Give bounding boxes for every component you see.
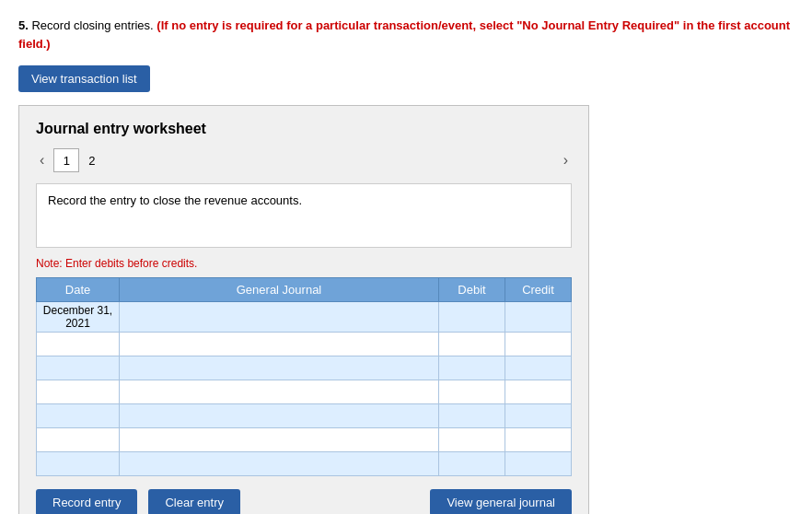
worksheet-title: Journal entry worksheet bbox=[36, 121, 572, 137]
debit-input[interactable] bbox=[443, 362, 501, 375]
journal-entry-worksheet: Journal entry worksheet ‹ 1 2 › Record t… bbox=[18, 105, 589, 514]
credit-cell[interactable] bbox=[505, 404, 572, 428]
credit-input[interactable] bbox=[509, 386, 567, 399]
general-journal-cell[interactable] bbox=[120, 404, 439, 428]
general-journal-cell[interactable] bbox=[120, 333, 439, 356]
header-credit: Credit bbox=[505, 278, 572, 302]
record-entry-button[interactable]: Record entry bbox=[36, 489, 137, 514]
table-row bbox=[37, 404, 572, 428]
debit-cell[interactable] bbox=[439, 380, 505, 404]
table-row bbox=[37, 333, 572, 356]
date-cell bbox=[37, 380, 120, 404]
credit-cell[interactable] bbox=[505, 333, 572, 356]
table-row bbox=[37, 428, 572, 452]
general-journal-input[interactable] bbox=[123, 458, 435, 471]
debit-cell[interactable] bbox=[439, 302, 505, 333]
general-journal-cell[interactable] bbox=[120, 428, 439, 452]
general-journal-input[interactable] bbox=[123, 310, 435, 323]
debit-input[interactable] bbox=[443, 310, 501, 323]
general-journal-input[interactable] bbox=[123, 434, 435, 447]
debit-input[interactable] bbox=[443, 386, 501, 399]
general-journal-input[interactable] bbox=[123, 338, 435, 351]
credit-input[interactable] bbox=[509, 310, 567, 323]
pagination: ‹ 1 2 › bbox=[36, 148, 572, 172]
next-page-button[interactable]: › bbox=[560, 152, 572, 169]
general-journal-input[interactable] bbox=[123, 362, 435, 375]
debit-cell[interactable] bbox=[439, 333, 505, 356]
header-date: Date bbox=[37, 278, 120, 302]
debit-input[interactable] bbox=[443, 410, 501, 423]
header-debit: Debit bbox=[439, 278, 505, 302]
table-row bbox=[37, 356, 572, 380]
date-cell bbox=[37, 428, 120, 452]
date-cell bbox=[37, 404, 120, 428]
debit-input[interactable] bbox=[443, 434, 501, 447]
credit-input[interactable] bbox=[509, 458, 567, 471]
debit-input[interactable] bbox=[443, 338, 501, 351]
general-journal-input[interactable] bbox=[123, 386, 435, 399]
credit-cell[interactable] bbox=[505, 302, 572, 333]
general-journal-cell[interactable] bbox=[120, 380, 439, 404]
credit-input[interactable] bbox=[509, 410, 567, 423]
view-general-journal-button[interactable]: View general journal bbox=[430, 489, 572, 514]
view-transaction-button[interactable]: View transaction list bbox=[18, 65, 150, 92]
current-page-box[interactable]: 1 bbox=[53, 148, 79, 172]
entry-description: Record the entry to close the revenue ac… bbox=[36, 183, 572, 248]
journal-table: Date General Journal Debit Credit Decemb… bbox=[36, 277, 572, 476]
credit-cell[interactable] bbox=[505, 452, 572, 476]
credit-cell[interactable] bbox=[505, 380, 572, 404]
bottom-buttons: Record entry Clear entry View general jo… bbox=[36, 489, 572, 514]
page-2-label[interactable]: 2 bbox=[85, 154, 99, 168]
credit-cell[interactable] bbox=[505, 356, 572, 380]
general-journal-cell[interactable] bbox=[120, 302, 439, 333]
date-cell bbox=[37, 333, 120, 356]
debit-cell[interactable] bbox=[439, 452, 505, 476]
table-row bbox=[37, 452, 572, 476]
clear-entry-button[interactable]: Clear entry bbox=[148, 489, 240, 514]
credit-input[interactable] bbox=[509, 338, 567, 351]
date-cell bbox=[37, 356, 120, 380]
debit-cell[interactable] bbox=[439, 356, 505, 380]
general-journal-input[interactable] bbox=[123, 410, 435, 423]
debit-cell[interactable] bbox=[439, 404, 505, 428]
debit-cell[interactable] bbox=[439, 428, 505, 452]
credit-input[interactable] bbox=[509, 362, 567, 375]
date-cell: December 31,2021 bbox=[37, 302, 120, 333]
credit-input[interactable] bbox=[509, 434, 567, 447]
header-general-journal: General Journal bbox=[120, 278, 439, 302]
debit-input[interactable] bbox=[443, 458, 501, 471]
date-cell bbox=[37, 452, 120, 476]
instruction-number: 5. bbox=[18, 18, 29, 32]
instruction-text: 5. Record closing entries. (If no entry … bbox=[18, 17, 794, 53]
general-journal-cell[interactable] bbox=[120, 452, 439, 476]
credit-cell[interactable] bbox=[505, 428, 572, 452]
prev-page-button[interactable]: ‹ bbox=[36, 152, 48, 169]
table-row: December 31,2021 bbox=[37, 302, 572, 333]
table-row bbox=[37, 380, 572, 404]
general-journal-cell[interactable] bbox=[120, 356, 439, 380]
debits-before-credits-note: Note: Enter debits before credits. bbox=[36, 257, 572, 270]
